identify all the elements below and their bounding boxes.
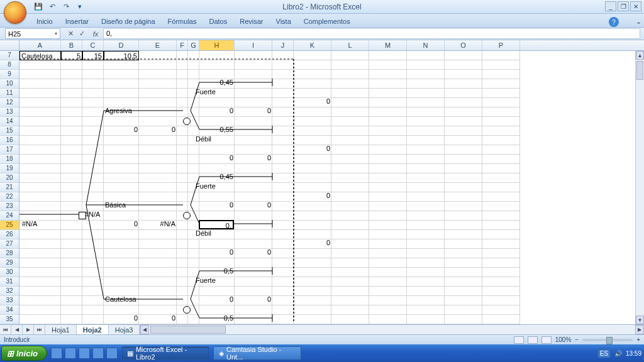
- cell[interactable]: [199, 164, 235, 173]
- cell[interactable]: [482, 315, 520, 324]
- taskbar-item-excel[interactable]: ▦Microsoft Excel - Libro2: [121, 346, 209, 360]
- cell[interactable]: [61, 145, 82, 155]
- cell[interactable]: [294, 277, 331, 287]
- cell[interactable]: [19, 164, 61, 173]
- quick-launch-icon[interactable]: [92, 348, 104, 359]
- taskbar-item-camtasia[interactable]: ◈Camtasia Studio - Unt...: [213, 346, 301, 360]
- cell[interactable]: [188, 173, 199, 183]
- cell[interactable]: [294, 51, 331, 60]
- cell[interactable]: [331, 268, 369, 277]
- cell[interactable]: [272, 258, 294, 268]
- clock[interactable]: 13:59: [626, 350, 641, 357]
- cell[interactable]: [177, 315, 188, 324]
- column-header-N[interactable]: N: [407, 40, 445, 50]
- cell[interactable]: [445, 230, 482, 239]
- quick-launch-icon[interactable]: [106, 348, 118, 359]
- cell[interactable]: [331, 211, 369, 221]
- cell[interactable]: [331, 221, 369, 230]
- cell[interactable]: [482, 277, 520, 287]
- cell[interactable]: [369, 107, 407, 117]
- column-header-E[interactable]: E: [139, 40, 177, 50]
- cell[interactable]: [199, 117, 235, 126]
- cell[interactable]: [19, 268, 61, 277]
- cell[interactable]: [104, 79, 139, 89]
- cell[interactable]: [61, 126, 82, 136]
- cell[interactable]: [369, 183, 407, 192]
- cell[interactable]: [272, 136, 294, 145]
- cell[interactable]: [272, 192, 294, 202]
- cell[interactable]: [61, 202, 82, 211]
- cell[interactable]: [482, 305, 520, 315]
- cell[interactable]: [19, 79, 61, 89]
- cell[interactable]: [19, 249, 61, 258]
- cell[interactable]: [82, 89, 104, 98]
- sheet-tab-hoja3[interactable]: Hoja3: [109, 325, 140, 334]
- cell[interactable]: [272, 249, 294, 258]
- column-header-A[interactable]: A: [19, 40, 61, 50]
- cell[interactable]: [294, 79, 331, 89]
- cell[interactable]: [272, 230, 294, 239]
- column-header-F[interactable]: F: [177, 40, 188, 50]
- cell[interactable]: [139, 183, 177, 192]
- cell[interactable]: [369, 287, 407, 296]
- cell[interactable]: [188, 51, 199, 60]
- cell[interactable]: [445, 79, 482, 89]
- cell[interactable]: [19, 183, 61, 192]
- cell[interactable]: [294, 268, 331, 277]
- cell[interactable]: [407, 305, 445, 315]
- tab-vista[interactable]: Vista: [270, 16, 297, 27]
- cell[interactable]: [139, 164, 177, 173]
- row-header[interactable]: 18: [0, 155, 19, 164]
- column-header-O[interactable]: O: [445, 40, 482, 50]
- cell[interactable]: [104, 305, 139, 315]
- cell[interactable]: [294, 296, 331, 305]
- cell[interactable]: [369, 98, 407, 107]
- cell[interactable]: [177, 145, 188, 155]
- cell[interactable]: [407, 296, 445, 305]
- cell[interactable]: [369, 258, 407, 268]
- cell[interactable]: [331, 277, 369, 287]
- cell[interactable]: [445, 305, 482, 315]
- cell[interactable]: [61, 136, 82, 145]
- cell[interactable]: [272, 211, 294, 221]
- cell[interactable]: [407, 192, 445, 202]
- cell[interactable]: [177, 287, 188, 296]
- column-header-P[interactable]: P: [482, 40, 520, 50]
- cell[interactable]: 10,5: [104, 51, 139, 60]
- cell[interactable]: [272, 239, 294, 249]
- cell[interactable]: [407, 98, 445, 107]
- cell[interactable]: [177, 79, 188, 89]
- cell[interactable]: [482, 60, 520, 70]
- cell[interactable]: [199, 60, 235, 70]
- cell[interactable]: [82, 164, 104, 173]
- cell[interactable]: [369, 192, 407, 202]
- cell[interactable]: [482, 268, 520, 277]
- cell[interactable]: [199, 258, 235, 268]
- cell[interactable]: [235, 89, 272, 98]
- cell[interactable]: [407, 107, 445, 117]
- cell[interactable]: [177, 155, 188, 164]
- row-header[interactable]: 35: [0, 315, 19, 324]
- cell[interactable]: [294, 89, 331, 98]
- cell[interactable]: [104, 155, 139, 164]
- row-header[interactable]: 34: [0, 305, 19, 315]
- cell[interactable]: [407, 221, 445, 230]
- cell[interactable]: [82, 183, 104, 192]
- cell[interactable]: [482, 164, 520, 173]
- cell[interactable]: [272, 89, 294, 98]
- cell[interactable]: [19, 60, 61, 70]
- cell[interactable]: [235, 79, 272, 89]
- cell[interactable]: [82, 79, 104, 89]
- cell[interactable]: [139, 239, 177, 249]
- select-all-corner[interactable]: [0, 40, 19, 50]
- cell[interactable]: [235, 315, 272, 324]
- cell[interactable]: [407, 287, 445, 296]
- tab-inicio[interactable]: Inicio: [30, 16, 59, 27]
- cell[interactable]: [235, 70, 272, 79]
- cell[interactable]: [407, 136, 445, 145]
- row-header[interactable]: 25: [0, 221, 19, 230]
- cell[interactable]: [139, 98, 177, 107]
- cell[interactable]: [235, 145, 272, 155]
- cell[interactable]: [177, 70, 188, 79]
- cell[interactable]: [19, 211, 61, 221]
